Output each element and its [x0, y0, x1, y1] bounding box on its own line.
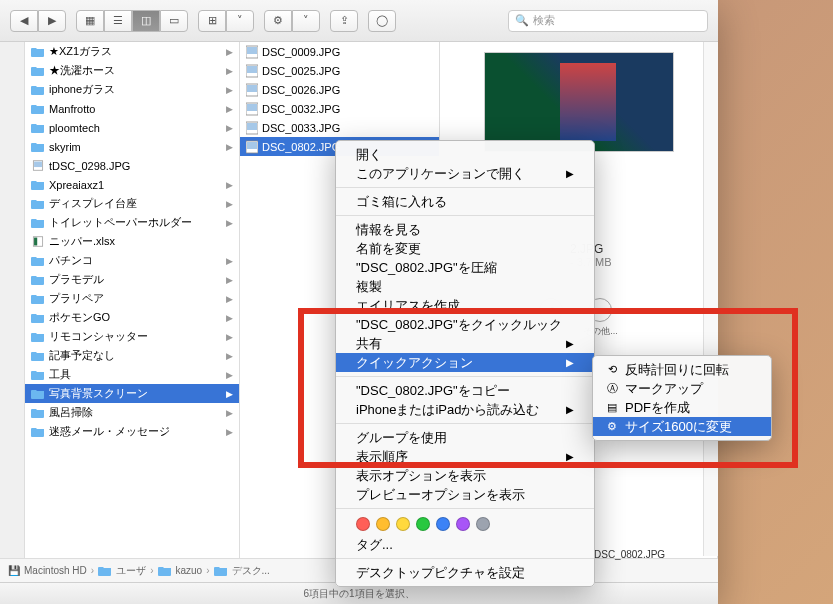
tag-dot[interactable] — [456, 517, 470, 531]
svg-rect-5 — [247, 47, 257, 54]
image-file-icon — [246, 64, 258, 78]
context-menu-item[interactable]: 共有▶ — [336, 334, 594, 353]
scrollbar[interactable] — [703, 42, 718, 556]
icon-view-button[interactable]: ▦ — [76, 10, 104, 32]
context-menu-item[interactable]: タグ... — [336, 535, 594, 554]
context-menu-item[interactable]: プレビューオプションを表示 — [336, 485, 594, 504]
tag-dot[interactable] — [396, 517, 410, 531]
submenu-arrow-icon: ▶ — [566, 451, 574, 462]
context-menu-item[interactable]: 名前を変更 — [336, 239, 594, 258]
sidebar-item[interactable]: ploomtech▶ — [25, 118, 239, 137]
sidebar-item[interactable]: 記事予定なし▶ — [25, 346, 239, 365]
tag-dot[interactable] — [476, 517, 490, 531]
chevron-right-icon: ▶ — [226, 47, 233, 57]
quick-action-item[interactable]: ⚙サイズ1600に変更 — [593, 417, 771, 436]
file-item[interactable]: DSC_0026.JPG — [240, 80, 439, 99]
search-input[interactable]: 🔍 検索 — [508, 10, 708, 32]
folder-icon — [31, 103, 45, 114]
quick-actions-submenu[interactable]: ⟲反時計回りに回転Ⓐマークアップ▤PDFを作成⚙サイズ1600に変更 — [592, 355, 772, 441]
context-menu-item[interactable]: 開く — [336, 145, 594, 164]
sidebar-item[interactable]: リモコンシャッター▶ — [25, 327, 239, 346]
sidebar-item[interactable]: ★洗濯ホース▶ — [25, 61, 239, 80]
context-menu-item[interactable]: 複製 — [336, 277, 594, 296]
sidebar-item[interactable]: Xpreaiaxz1▶ — [25, 175, 239, 194]
list-view-button[interactable]: ☰ — [104, 10, 132, 32]
tag-dot[interactable] — [356, 517, 370, 531]
back-button[interactable]: ◀ — [10, 10, 38, 32]
chevron-right-icon: ▶ — [226, 104, 233, 114]
arrange-dropdown[interactable]: ˅ — [226, 10, 254, 32]
sidebar-item[interactable]: ポケモンGO▶ — [25, 308, 239, 327]
tag-colors[interactable] — [336, 513, 594, 535]
sidebar-item[interactable]: skyrim▶ — [25, 137, 239, 156]
sidebar-item[interactable]: パチンコ▶ — [25, 251, 239, 270]
image-file-icon — [246, 121, 258, 135]
action-dropdown[interactable]: ˅ — [292, 10, 320, 32]
context-menu-item[interactable]: 表示オプションを表示 — [336, 466, 594, 485]
context-menu-item[interactable]: グループを使用 — [336, 428, 594, 447]
chevron-right-icon: ▶ — [226, 370, 233, 380]
chevron-right-icon: ▶ — [226, 294, 233, 304]
tags-button[interactable]: ◯ — [368, 10, 396, 32]
gallery-view-button[interactable]: ▭ — [160, 10, 188, 32]
context-menu-item[interactable]: ゴミ箱に入れる — [336, 192, 594, 211]
action-button[interactable]: ⚙ — [264, 10, 292, 32]
folder-icon — [31, 255, 45, 266]
context-menu-item[interactable]: 情報を見る — [336, 220, 594, 239]
context-menu-item[interactable]: 表示順序▶ — [336, 447, 594, 466]
sidebar-item[interactable]: tDSC_0298.JPG — [25, 156, 239, 175]
sidebar-item[interactable]: プラリペア▶ — [25, 289, 239, 308]
column-view-button[interactable]: ◫ — [132, 10, 160, 32]
arrange-button[interactable]: ⊞ — [198, 10, 226, 32]
quick-action-item[interactable]: ▤PDFを作成 — [593, 398, 771, 417]
folder-icon — [31, 407, 45, 418]
context-menu[interactable]: 開くこのアプリケーションで開く▶ゴミ箱に入れる情報を見る名前を変更"DSC_08… — [335, 140, 595, 587]
svg-rect-9 — [247, 85, 257, 92]
file-item[interactable]: DSC_0033.JPG — [240, 118, 439, 137]
path-segment[interactable]: Macintosh HD — [24, 565, 87, 576]
folder-icon — [31, 122, 45, 133]
sidebar-item[interactable]: iphoneガラス▶ — [25, 80, 239, 99]
search-placeholder: 検索 — [533, 13, 555, 28]
context-menu-item[interactable]: "DSC_0802.JPG"をクイックルック — [336, 315, 594, 334]
svg-rect-1 — [34, 162, 42, 168]
forward-button[interactable]: ▶ — [38, 10, 66, 32]
path-segment[interactable]: デスク... — [232, 564, 270, 578]
context-menu-item[interactable]: エイリアスを作成 — [336, 296, 594, 315]
quick-action-item[interactable]: ⟲反時計回りに回転 — [593, 360, 771, 379]
sidebar-item[interactable]: プラモデル▶ — [25, 270, 239, 289]
svg-rect-3 — [34, 238, 37, 246]
context-menu-item[interactable]: iPhoneまたはiPadから読み込む▶ — [336, 400, 594, 419]
file-item[interactable]: DSC_0032.JPG — [240, 99, 439, 118]
context-menu-item[interactable]: このアプリケーションで開く▶ — [336, 164, 594, 183]
share-button[interactable]: ⇪ — [330, 10, 358, 32]
path-segment[interactable]: kazuo — [176, 565, 203, 576]
quick-action-item[interactable]: Ⓐマークアップ — [593, 379, 771, 398]
preview-image[interactable] — [484, 52, 674, 152]
file-item[interactable]: DSC_0009.JPG — [240, 42, 439, 61]
folder-column[interactable]: ★XZ1ガラス▶★洗濯ホース▶iphoneガラス▶Manfrotto▶ploom… — [25, 42, 240, 558]
sidebar-item[interactable]: ディスプレイ台座▶ — [25, 194, 239, 213]
file-item[interactable]: DSC_0025.JPG — [240, 61, 439, 80]
context-menu-item[interactable]: デスクトップピクチャを設定 — [336, 563, 594, 582]
chevron-right-icon: ▶ — [226, 218, 233, 228]
context-menu-item[interactable]: "DSC_0802.JPG"をコピー — [336, 381, 594, 400]
tag-dot[interactable] — [416, 517, 430, 531]
rotate-icon: ⟲ — [605, 363, 619, 377]
image-file-icon — [246, 140, 258, 154]
sidebar-item[interactable]: 迷惑メール・メッセージ▶ — [25, 422, 239, 441]
sidebar-item[interactable]: 工具▶ — [25, 365, 239, 384]
tag-dot[interactable] — [436, 517, 450, 531]
sidebar-item[interactable]: ニッパー.xlsx — [25, 232, 239, 251]
sidebar-item[interactable]: ★XZ1ガラス▶ — [25, 42, 239, 61]
context-menu-item[interactable]: クイックアクション▶ — [336, 353, 594, 372]
context-menu-item[interactable]: "DSC_0802.JPG"を圧縮 — [336, 258, 594, 277]
folder-icon — [31, 388, 45, 399]
path-segment[interactable]: ユーザ — [116, 564, 146, 578]
sidebar-item[interactable]: 写真背景スクリーン▶ — [25, 384, 239, 403]
tag-dot[interactable] — [376, 517, 390, 531]
sidebar-item[interactable]: Manfrotto▶ — [25, 99, 239, 118]
image-file-icon — [246, 45, 258, 59]
sidebar-item[interactable]: 風呂掃除▶ — [25, 403, 239, 422]
sidebar-item[interactable]: トイレットペーパーホルダー▶ — [25, 213, 239, 232]
